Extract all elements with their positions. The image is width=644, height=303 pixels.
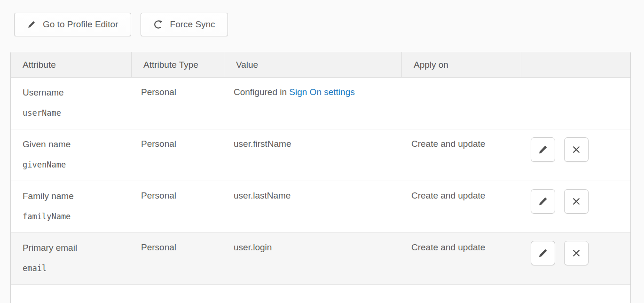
attribute-type-cell: Personal [132,181,224,232]
toolbar: Go to Profile Editor Force Sync [14,13,228,36]
attribute-mapping-table: Attribute Attribute Type Value Apply on … [10,52,631,303]
column-header-attribute: Attribute [11,52,132,77]
attribute-label: Username [23,87,132,98]
attribute-cell: Family name familyName [11,181,132,232]
table-row: Username userName Personal Configured in… [11,78,630,129]
close-icon [571,247,582,259]
value-cell: user.login [224,233,402,284]
actions-cell [521,181,630,232]
empty-table-row [11,285,630,303]
edit-attribute-button[interactable] [531,241,555,265]
edit-attribute-button[interactable] [531,189,555,214]
apply-on-cell: Create and update [402,129,521,181]
attribute-label: Given name [23,139,132,150]
attribute-label: Primary email [23,242,132,254]
apply-on-cell: Create and update [402,181,521,232]
force-sync-button[interactable]: Force Sync [141,13,228,36]
remove-attribute-button[interactable] [564,241,589,265]
go-to-profile-editor-label: Go to Profile Editor [43,19,118,30]
attribute-type-cell: Personal [132,78,224,129]
value-prefix: Configured in [234,87,289,97]
refresh-icon [153,19,164,30]
apply-on-cell: Create and update [402,233,521,284]
close-icon [571,196,582,207]
attribute-type-cell: Personal [132,129,224,181]
pencil-icon [537,144,549,155]
pencil-icon [27,20,36,29]
actions-cell [521,78,630,129]
remove-attribute-button[interactable] [564,189,589,214]
close-icon [571,144,582,155]
actions-cell [521,129,630,181]
edit-attribute-button[interactable] [531,137,555,162]
sign-on-settings-link[interactable]: Sign On settings [289,87,354,97]
attribute-name: givenName [23,160,132,169]
table-row: Primary email email Personal user.login … [11,233,630,285]
remove-attribute-button[interactable] [564,137,589,162]
attribute-name: familyName [23,212,132,221]
table-row: Given name givenName Personal user.first… [11,129,630,181]
column-header-apply-on: Apply on [402,52,521,77]
column-header-attribute-type: Attribute Type [132,52,224,77]
attribute-type-cell: Personal [132,233,224,284]
attribute-cell: Primary email email [11,233,132,284]
force-sync-label: Force Sync [170,19,215,30]
value-cell: Configured in Sign On settings [224,78,402,129]
value-cell: user.firstName [224,129,402,181]
column-header-actions [521,52,630,77]
attribute-label: Family name [23,191,132,202]
attribute-cell: Given name givenName [11,129,132,181]
attribute-cell: Username userName [11,78,132,129]
attribute-mappings-page: Go to Profile Editor Force Sync Attribut… [0,0,644,303]
attribute-name: userName [23,108,132,118]
actions-cell [521,233,630,284]
pencil-icon [537,247,549,259]
value-cell: user.lastName [224,181,402,232]
apply-on-cell [402,78,521,129]
column-header-value: Value [224,52,402,77]
attribute-name: email [23,263,132,273]
table-row: Family name familyName Personal user.las… [11,181,630,233]
go-to-profile-editor-button[interactable]: Go to Profile Editor [14,13,131,36]
table-header-row: Attribute Attribute Type Value Apply on [11,52,630,78]
pencil-icon [537,196,549,207]
